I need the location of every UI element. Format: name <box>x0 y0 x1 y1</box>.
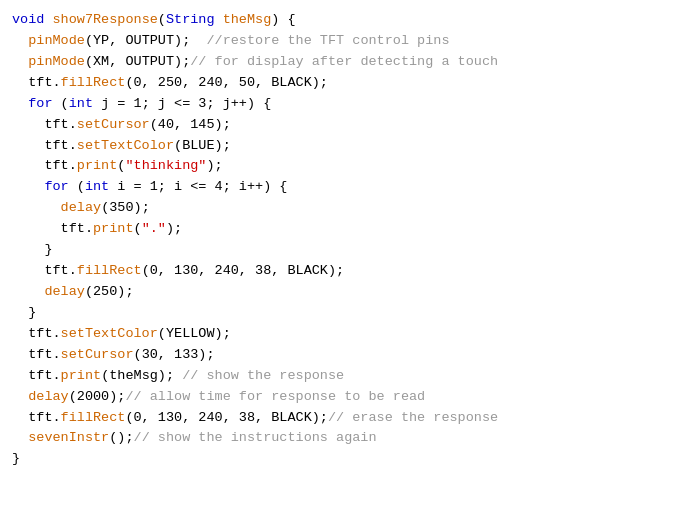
line-14: tft.fillRect(0, 130, 240, 38, BLACK); <box>12 261 662 282</box>
code-editor: void show7Response(String theMsg) { pinM… <box>0 0 674 507</box>
line-12: tft.print("."); <box>12 219 662 240</box>
line-15: delay(250); <box>12 282 662 303</box>
line-17: tft.setTextColor(YELLOW); <box>12 324 662 345</box>
line-3: pinMode(XM, OUTPUT);// for display after… <box>12 52 662 73</box>
line-16: } <box>12 303 662 324</box>
line-23: } <box>12 449 662 470</box>
line-20: delay(2000);// allow time for response t… <box>12 387 662 408</box>
line-6: for (int j = 1; j <= 3; j++) { <box>12 94 662 115</box>
line-1: void show7Response(String theMsg) { <box>12 10 662 31</box>
line-22: sevenInstr();// show the instructions ag… <box>12 428 662 449</box>
line-21: tft.fillRect(0, 130, 240, 38, BLACK);// … <box>12 408 662 429</box>
line-7: tft.setCursor(40, 145); <box>12 115 662 136</box>
line-19: tft.print(theMsg); // show the response <box>12 366 662 387</box>
line-13: } <box>12 240 662 261</box>
line-4: tft.fillRect(0, 250, 240, 50, BLACK); <box>12 73 662 94</box>
line-10: for (int i = 1; i <= 4; i++) { <box>12 177 662 198</box>
line-9: tft.print("thinking"); <box>12 156 662 177</box>
line-18: tft.setCursor(30, 133); <box>12 345 662 366</box>
line-2: pinMode(YP, OUTPUT); //restore the TFT c… <box>12 31 662 52</box>
line-8: tft.setTextColor(BLUE); <box>12 136 662 157</box>
line-11: delay(350); <box>12 198 662 219</box>
